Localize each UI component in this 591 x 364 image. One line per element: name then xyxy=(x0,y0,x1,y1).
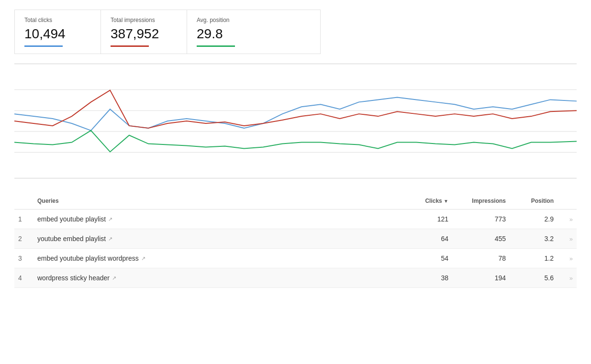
sort-icon: ▼ xyxy=(444,199,448,204)
stat-impressions-label: Total impressions xyxy=(111,17,177,23)
table-row: 1 embed youtube playlist ↗ 121 773 2.9 » xyxy=(14,210,577,229)
query-link[interactable]: wordpress sticky header ↗ xyxy=(37,274,116,282)
col-header-queries: Queries xyxy=(33,193,404,210)
query-link[interactable]: embed youtube playlist ↗ xyxy=(37,215,112,223)
query-link[interactable]: embed youtube playlist wordpress ↗ xyxy=(37,254,145,262)
col-header-impressions[interactable]: Impressions xyxy=(452,193,510,210)
row-query: embed youtube playlist ↗ xyxy=(33,210,404,229)
col-header-arrow xyxy=(558,193,577,210)
stat-impressions-line xyxy=(111,45,149,47)
stat-clicks-line xyxy=(24,45,63,47)
row-arrow[interactable]: » xyxy=(558,229,577,249)
row-clicks: 121 xyxy=(404,210,452,229)
row-arrow[interactable]: » xyxy=(558,210,577,229)
row-clicks: 54 xyxy=(404,249,452,268)
col-header-num xyxy=(14,193,33,210)
row-impressions: 773 xyxy=(452,210,510,229)
row-arrow[interactable]: » xyxy=(558,249,577,268)
row-num: 1 xyxy=(14,210,33,229)
stat-avg-position: Avg. position 29.8 xyxy=(187,10,273,54)
row-position: 1.2 xyxy=(510,249,558,268)
stat-total-impressions: Total impressions 387,952 xyxy=(101,10,187,54)
table-row: 3 embed youtube playlist wordpress ↗ 54 … xyxy=(14,249,577,268)
query-link[interactable]: youtube embed playlist ↗ xyxy=(37,235,112,243)
chevron-right-icon: » xyxy=(569,235,573,243)
table-row: 2 youtube embed playlist ↗ 64 455 3.2 » xyxy=(14,229,577,249)
row-impressions: 78 xyxy=(452,249,510,268)
stat-position-value: 29.8 xyxy=(197,26,264,42)
col-header-position[interactable]: Position xyxy=(510,193,558,210)
external-link-icon: ↗ xyxy=(112,275,116,281)
col-header-clicks[interactable]: Clicks ▼ xyxy=(404,193,452,210)
row-num: 4 xyxy=(14,268,33,288)
row-position: 5.6 xyxy=(510,268,558,288)
position-line xyxy=(14,131,577,152)
row-position: 2.9 xyxy=(510,210,558,229)
stat-clicks-value: 10,494 xyxy=(24,26,91,42)
external-link-icon: ↗ xyxy=(141,255,145,262)
chevron-right-icon: » xyxy=(569,255,573,262)
stat-position-label: Avg. position xyxy=(197,17,264,23)
row-num: 3 xyxy=(14,249,33,268)
performance-chart xyxy=(14,64,577,178)
stat-position-line xyxy=(197,45,235,47)
row-query: embed youtube playlist wordpress ↗ xyxy=(33,249,404,268)
table-header-row: Queries Clicks ▼ Impressions Position xyxy=(14,193,577,210)
stat-clicks-label: Total clicks xyxy=(24,17,91,23)
external-link-icon: ↗ xyxy=(108,236,112,242)
row-impressions: 455 xyxy=(452,229,510,249)
stat-impressions-value: 387,952 xyxy=(111,26,177,42)
row-impressions: 194 xyxy=(452,268,510,288)
table-row: 4 wordpress sticky header ↗ 38 194 5.6 » xyxy=(14,268,577,288)
queries-table: Queries Clicks ▼ Impressions Position 1 … xyxy=(14,193,577,288)
stats-header: Total clicks 10,494 Total impressions 38… xyxy=(14,10,321,54)
stat-total-clicks: Total clicks 10,494 xyxy=(15,10,101,54)
row-query: wordpress sticky header ↗ xyxy=(33,268,404,288)
chevron-right-icon: » xyxy=(569,275,573,282)
row-position: 3.2 xyxy=(510,229,558,249)
row-num: 2 xyxy=(14,229,33,249)
external-link-icon: ↗ xyxy=(108,216,112,222)
row-query: youtube embed playlist ↗ xyxy=(33,229,404,249)
chart-svg xyxy=(14,69,577,173)
row-clicks: 38 xyxy=(404,268,452,288)
row-arrow[interactable]: » xyxy=(558,268,577,288)
row-clicks: 64 xyxy=(404,229,452,249)
chevron-right-icon: » xyxy=(569,216,573,223)
